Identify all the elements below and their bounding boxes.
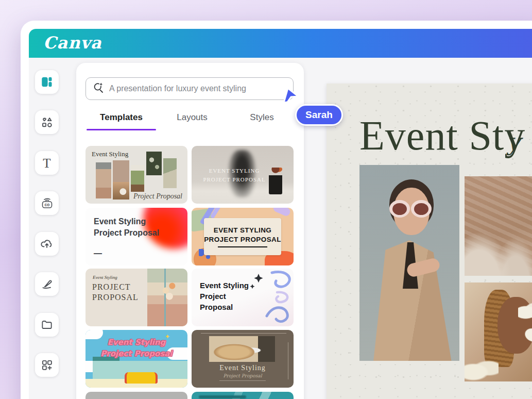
title-line2: Project Proposal <box>100 349 172 358</box>
cloud-upload-icon <box>40 237 54 251</box>
moodboard-photo <box>113 182 129 200</box>
template-title: Event Styling Project Proposal <box>94 216 159 238</box>
bowl-interior-photo <box>209 336 275 362</box>
collaborator-name-badge: Sarah <box>295 104 343 126</box>
tab-styles[interactable]: Styles <box>240 112 284 123</box>
collaborator-cursor-icon <box>281 87 300 105</box>
title-line2: Project Proposal <box>94 228 159 237</box>
table-setting-photo <box>147 269 187 326</box>
canvas-script-fragment[interactable]: y <box>507 128 520 156</box>
folder-icon <box>40 318 54 331</box>
underline-rule <box>218 246 267 247</box>
sidebar-item-draw[interactable] <box>35 272 59 296</box>
template-title: PROJECT PROPOSAL <box>92 282 139 303</box>
moodboard-photo <box>96 162 111 198</box>
sidebar-item-apps[interactable] <box>35 353 59 377</box>
underline-rule <box>219 380 266 381</box>
title-line3: Proposal <box>200 303 233 311</box>
title-line1: Event Styling <box>94 217 146 226</box>
template-title: Event Styling <box>192 364 294 372</box>
collage-lilac-streak <box>272 208 291 217</box>
template-caption: EVENT STYLING PROJECT PROPOSAL <box>201 167 268 184</box>
dash-mark: — <box>94 249 102 258</box>
template-card-moodboard[interactable]: Event Styling Project Proposal <box>85 146 187 204</box>
co-badge-icon: co <box>40 196 54 210</box>
title-line1: EVENT STYLING <box>214 226 271 235</box>
moodboard-photo <box>163 158 177 188</box>
template-title: Event Styling Project Proposal <box>200 280 249 312</box>
template-card-gradient-blob[interactable]: Event Styling Project Proposal — <box>85 208 187 265</box>
title-line2: Project <box>200 292 226 301</box>
template-card-beige-split[interactable]: Event Styling PROJECT PROPOSAL <box>85 269 187 326</box>
frame-line <box>201 333 286 334</box>
template-card-partial-teal[interactable] <box>192 392 294 399</box>
design-grid-icon <box>40 75 54 89</box>
sidebar-item-text[interactable]: T <box>35 151 59 175</box>
template-card-chrome-ribbons[interactable]: Event Styling Project Proposal <box>192 269 294 326</box>
moodboard-photo <box>146 152 162 175</box>
white-flower <box>518 302 532 323</box>
templates-panel: Templates Layouts Styles Event Styling P… <box>76 63 304 399</box>
tab-templates[interactable]: Templates <box>87 112 156 123</box>
model-flowers-portrait[interactable] <box>465 282 532 381</box>
text-icon: T <box>43 157 50 170</box>
sidebar-item-brand[interactable]: co <box>35 191 59 215</box>
template-card-retro-cartoon[interactable]: ✦ Event Styling Project Proposal <box>85 330 187 388</box>
apps-grid-icon <box>40 358 54 372</box>
title-line1: Event Styling <box>108 338 166 347</box>
title-line2: PROJECT PROPOSAL <box>204 235 281 244</box>
sidebar-item-elements[interactable] <box>35 110 59 134</box>
collage-text-panel: EVENT STYLING PROJECT PROPOSAL <box>204 218 281 255</box>
yellow-couch <box>125 372 158 384</box>
template-script-subtitle: Project Proposal <box>192 373 294 378</box>
magic-search-icon <box>92 81 105 96</box>
caption-line1: EVENT STYLING <box>209 168 260 174</box>
moodboard-photo <box>131 165 144 192</box>
text-fragment-hint <box>199 395 246 398</box>
search-input[interactable] <box>109 84 287 93</box>
svg-text:co: co <box>44 202 49 207</box>
sidebar-item-design[interactable] <box>35 70 59 94</box>
template-title: Event Styling <box>92 150 128 158</box>
sidebar-item-projects[interactable] <box>35 313 59 337</box>
app-header: Canva <box>29 29 532 58</box>
chrome-ribbon-art <box>246 269 294 326</box>
model-sunglasses-portrait[interactable] <box>359 165 459 361</box>
white-flower <box>465 358 499 381</box>
tab-layouts[interactable]: Layouts <box>166 112 218 123</box>
template-card-pastel-collage[interactable]: EVENT STYLING PROJECT PROPOSAL <box>192 208 294 265</box>
shapes-icon <box>40 115 54 129</box>
sidebar-item-uploads[interactable] <box>35 232 59 256</box>
search-bar[interactable] <box>85 77 294 100</box>
design-canvas[interactable]: Event Sty y <box>327 84 532 399</box>
screenshot-stage: Canva T <box>0 0 532 399</box>
template-subtitle: Project Proposal <box>133 192 182 201</box>
active-tab-underline <box>87 129 156 130</box>
pen-draw-icon <box>40 277 54 291</box>
canvas-title-text[interactable]: Event Sty <box>359 112 525 159</box>
sunglasses-lens <box>392 203 407 215</box>
eyebrow-text: Event Styling <box>93 275 117 280</box>
template-title: Event Styling Project Proposal <box>85 337 187 360</box>
template-card-partial-gray[interactable] <box>85 392 187 399</box>
title-line2: PROPOSAL <box>92 293 139 302</box>
template-card-brown-minimal[interactable]: Event Styling Project Proposal <box>192 330 294 388</box>
title-line1: PROJECT <box>92 282 131 291</box>
canva-logo[interactable]: Canva <box>43 33 102 53</box>
title-line1: Event Styling <box>200 281 249 290</box>
side-table-with-flowers <box>269 168 282 194</box>
caption-line2: PROJECT PROPOSAL <box>203 176 265 182</box>
template-card-blurred-photo[interactable]: EVENT STYLING PROJECT PROPOSAL <box>192 146 294 204</box>
sand-texture-photo[interactable] <box>465 176 532 276</box>
sunglasses-lens <box>414 203 428 215</box>
